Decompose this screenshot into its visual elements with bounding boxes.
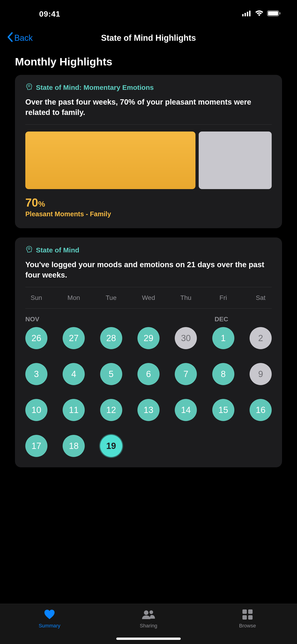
card-heading: State of Mind: Momentary Emotions	[36, 84, 154, 92]
cellular-icon	[242, 10, 252, 17]
browse-icon	[242, 608, 253, 621]
weekday-label: Fri	[212, 294, 234, 302]
svg-point-10	[150, 610, 153, 614]
battery-icon	[267, 10, 281, 18]
svg-rect-13	[242, 615, 247, 620]
calendar-day[interactable]: 28	[100, 327, 122, 349]
svg-point-8	[28, 248, 30, 250]
tab-label: Browse	[239, 623, 256, 629]
back-label: Back	[14, 33, 33, 43]
weekday-label: Sat	[250, 294, 272, 302]
calendar-row: 3456789	[25, 363, 272, 385]
page-title: Monthly Highlights	[15, 55, 282, 68]
calendar-day[interactable]: 5	[100, 363, 122, 385]
card-header: State of Mind: Momentary Emotions	[25, 83, 272, 92]
calendar-day[interactable]: 16	[250, 399, 272, 421]
calendar-day[interactable]: 19	[100, 435, 122, 457]
weekday-label: Sun	[25, 294, 48, 302]
calendar-day[interactable]: 30	[175, 327, 197, 349]
chevron-left-icon	[7, 32, 13, 44]
calendar-day[interactable]: 11	[62, 399, 85, 421]
divider	[25, 287, 272, 287]
tab-summary[interactable]: Summary	[26, 608, 72, 629]
svg-point-9	[144, 610, 148, 615]
card-heading: State of Mind	[36, 246, 79, 254]
calendar-day[interactable]: 7	[175, 363, 197, 385]
calendar-day[interactable]: 27	[62, 327, 85, 349]
percentage-bar	[25, 132, 272, 189]
percentage-value: 70%	[25, 196, 272, 209]
svg-rect-14	[248, 615, 252, 620]
tab-label: Summary	[39, 623, 60, 629]
tab-label: Sharing	[140, 623, 157, 629]
status-icons	[242, 10, 281, 18]
status-bar: 09:41	[0, 0, 297, 28]
svg-rect-11	[242, 610, 247, 614]
tab-sharing[interactable]: Sharing	[126, 608, 172, 629]
weekday-header: SunMonTueWedThuFriSat	[25, 294, 272, 302]
content-area: Monthly Highlights State of Mind: Moment…	[0, 48, 297, 604]
calendar-day[interactable]: 9	[250, 363, 272, 385]
calendar-day[interactable]: 13	[138, 399, 160, 421]
calendar-day[interactable]: 3	[25, 363, 48, 385]
tab-browse[interactable]: Browse	[224, 608, 270, 629]
svg-rect-1	[244, 13, 246, 16]
calendar-day[interactable]: 10	[25, 399, 48, 421]
calendar-day[interactable]: 18	[62, 435, 85, 457]
percentage-label: Pleasant Moments - Family	[25, 210, 272, 218]
calendar-day[interactable]: 8	[212, 363, 234, 385]
card-header: State of Mind	[25, 246, 272, 254]
svg-rect-6	[280, 12, 280, 14]
weekday-label: Mon	[62, 294, 85, 302]
weekday-label: Tue	[100, 294, 122, 302]
bar-segment-remainder	[199, 132, 272, 189]
status-time: 09:41	[39, 10, 60, 18]
calendar-day[interactable]: 17	[25, 435, 48, 457]
card-description: You've logged your moods and emotions on…	[25, 260, 272, 280]
calendar-day[interactable]: 14	[175, 399, 197, 421]
highlight-card-calendar[interactable]: State of Mind You've logged your moods a…	[15, 238, 282, 467]
calendar-row: 262728293012	[25, 327, 272, 349]
calendar-row: 10111213141516	[25, 399, 272, 421]
svg-rect-12	[248, 610, 252, 614]
mind-icon	[25, 83, 33, 92]
calendar-day[interactable]: 1	[212, 327, 234, 349]
calendar-day[interactable]: 4	[62, 363, 85, 385]
card-description: Over the past four weeks, 70% of your pl…	[25, 97, 272, 118]
divider	[25, 308, 272, 309]
svg-rect-0	[242, 14, 244, 16]
calendar-day[interactable]: 2	[250, 327, 272, 349]
svg-rect-5	[268, 11, 278, 16]
highlight-card-emotions[interactable]: State of Mind: Momentary Emotions Over t…	[15, 75, 282, 228]
month-label-dec: DEC	[214, 316, 272, 323]
calendar-row: 171819	[25, 435, 272, 457]
back-button[interactable]: Back	[7, 32, 33, 44]
svg-rect-3	[249, 10, 250, 16]
summary-icon	[44, 608, 56, 621]
calendar-day[interactable]: 12	[100, 399, 122, 421]
wifi-icon	[255, 10, 264, 18]
bar-segment-filled	[25, 132, 196, 189]
home-indicator[interactable]	[116, 638, 181, 640]
weekday-label: Thu	[175, 294, 197, 302]
month-label-nov: NOV	[25, 316, 60, 323]
calendar-day[interactable]: 29	[138, 327, 160, 349]
weekday-label: Wed	[138, 294, 160, 302]
sharing-icon	[141, 608, 156, 621]
svg-point-7	[28, 85, 30, 87]
calendar-day[interactable]: 15	[212, 399, 234, 421]
mind-icon	[25, 246, 33, 254]
calendar-grid: 262728293012345678910111213141516171819	[25, 327, 272, 457]
month-label-row: NOV DEC	[25, 316, 272, 323]
calendar-day[interactable]: 26	[25, 327, 48, 349]
nav-title: State of Mind Highlights	[0, 33, 297, 43]
svg-rect-2	[247, 12, 248, 16]
nav-bar: Back State of Mind Highlights	[0, 28, 297, 48]
calendar-day[interactable]: 6	[138, 363, 160, 385]
